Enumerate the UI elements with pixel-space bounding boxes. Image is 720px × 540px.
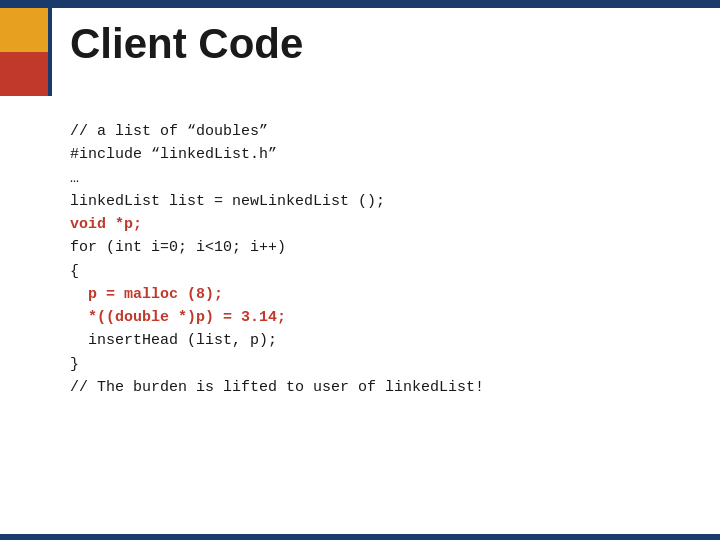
code-line-9: *((double *)p) = 3.14; xyxy=(70,306,700,329)
slide-title: Client Code xyxy=(70,20,700,68)
vertical-divider xyxy=(48,8,52,96)
red-square xyxy=(0,52,48,96)
code-line-6: for (int i=0; i<10; i++) xyxy=(70,236,700,259)
orange-square xyxy=(0,8,48,52)
accent-squares xyxy=(0,8,48,96)
code-line-8: p = malloc (8); xyxy=(70,283,700,306)
code-line-4: linkedList list = newLinkedList (); xyxy=(70,190,700,213)
bottom-bar xyxy=(0,534,720,540)
code-line-12: // The burden is lifted to user of linke… xyxy=(70,376,700,399)
code-line-3: … xyxy=(70,167,700,190)
code-line-1: // a list of “doubles” xyxy=(70,120,700,143)
top-bar xyxy=(0,0,720,8)
code-line-2: #include “linkedList.h” xyxy=(70,143,700,166)
content-area: // a list of “doubles” #include “linkedL… xyxy=(70,120,700,520)
code-block: // a list of “doubles” #include “linkedL… xyxy=(70,120,700,399)
code-line-5: void *p; xyxy=(70,213,700,236)
title-area: Client Code xyxy=(70,20,700,68)
code-line-10: insertHead (list, p); xyxy=(70,329,700,352)
slide-container: Client Code // a list of “doubles” #incl… xyxy=(0,0,720,540)
code-line-11: } xyxy=(70,353,700,376)
code-line-7: { xyxy=(70,260,700,283)
